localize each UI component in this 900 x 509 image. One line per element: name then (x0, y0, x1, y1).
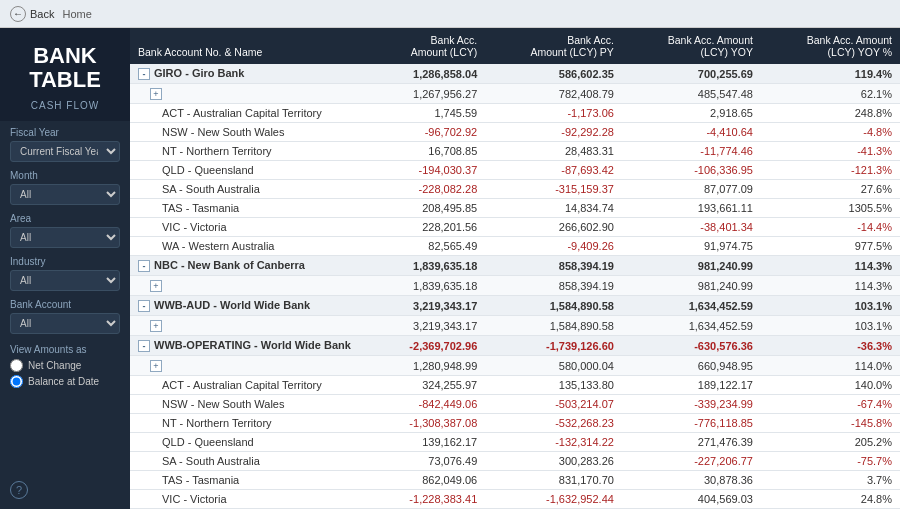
radio-balance-at-date[interactable]: Balance at Date (10, 375, 120, 388)
cell-amount-lcy: -228,082.28 (370, 180, 485, 199)
expand-icon[interactable]: + (150, 320, 162, 332)
help-button[interactable]: ? (10, 481, 28, 499)
cell-amount-lcy-py: 782,408.79 (485, 84, 622, 104)
radio-net-change[interactable]: Net Change (10, 359, 120, 372)
cell-amount-yoy-pct: -121.3% (761, 161, 900, 180)
col-header-amount-lcy-py: Bank Acc.Amount (LCY) PY (485, 28, 622, 64)
table-row: +1,267,956.27782,408.79485,547.4862.1% (130, 84, 900, 104)
col-header-amount-yoy-pct: Bank Acc. Amount(LCY) YOY % (761, 28, 900, 64)
cell-amount-yoy-pct: 248.8% (761, 104, 900, 123)
cell-name: NT - Northern Territory (130, 414, 370, 433)
cell-amount-lcy: -842,449.06 (370, 395, 485, 414)
cell-amount-lcy-py: -132,314.22 (485, 433, 622, 452)
cell-amount-yoy: -11,774.46 (622, 142, 761, 161)
cell-amount-yoy: 87,077.09 (622, 180, 761, 199)
sidebar: BANKTABLE CASH FLOW Fiscal Year Current … (0, 28, 130, 509)
cell-amount-yoy-pct: 27.6% (761, 180, 900, 199)
cell-amount-yoy-pct: -41.3% (761, 142, 900, 161)
sidebar-logo: BANKTABLE CASH FLOW (0, 28, 130, 121)
cell-amount-yoy-pct: -67.4% (761, 395, 900, 414)
main-content: Bank Account No. & Name Bank Acc.Amount … (130, 28, 900, 509)
month-select[interactable]: All (10, 184, 120, 205)
cell-amount-lcy-py: 858,394.19 (485, 256, 622, 276)
app-title: BANKTABLE (29, 44, 101, 92)
fiscal-year-label: Fiscal Year (10, 127, 120, 138)
cell-amount-lcy-py: 28,483.31 (485, 142, 622, 161)
area-select[interactable]: All (10, 227, 120, 248)
cell-name: + (130, 316, 370, 336)
table-row: SA - South Australia-228,082.28-315,159.… (130, 180, 900, 199)
cell-amount-yoy: 981,240.99 (622, 276, 761, 296)
month-label: Month (10, 170, 120, 181)
cell-name: TAS - Tasmania (130, 471, 370, 490)
table-row: -WWB-AUD - World Wide Bank3,219,343.171,… (130, 296, 900, 316)
cell-amount-lcy-py: 14,834.74 (485, 199, 622, 218)
cell-amount-yoy-pct: 103.1% (761, 296, 900, 316)
table-row: WA - Western Australia82,565.49-9,409.26… (130, 237, 900, 256)
expand-icon[interactable]: + (150, 280, 162, 292)
cell-amount-lcy-py: -1,173.06 (485, 104, 622, 123)
cell-amount-yoy-pct: 103.1% (761, 316, 900, 336)
bank-account-label: Bank Account (10, 299, 120, 310)
cell-name: + (130, 84, 370, 104)
cell-name: SA - South Australia (130, 452, 370, 471)
cell-amount-lcy-py: 135,133.80 (485, 376, 622, 395)
table-row: +1,839,635.18858,394.19981,240.99114.3% (130, 276, 900, 296)
cell-amount-yoy-pct: 24.8% (761, 490, 900, 509)
cell-amount-yoy-pct: 977.5% (761, 237, 900, 256)
cell-amount-lcy-py: 266,602.90 (485, 218, 622, 237)
cell-name: NT - Northern Territory (130, 142, 370, 161)
table-row: ACT - Australian Capital Territory1,745.… (130, 104, 900, 123)
cell-name: -NBC - New Bank of Canberra (130, 256, 370, 276)
cell-amount-lcy: 139,162.17 (370, 433, 485, 452)
cell-name: SA - South Australia (130, 180, 370, 199)
cell-amount-lcy-py: 586,602.35 (485, 64, 622, 84)
back-button[interactable]: ← Back (10, 6, 54, 22)
cell-name: + (130, 276, 370, 296)
fiscal-year-select[interactable]: Current Fiscal Year (10, 141, 120, 162)
cell-amount-yoy: -339,234.99 (622, 395, 761, 414)
cell-amount-yoy: 193,661.11 (622, 199, 761, 218)
col-header-amount-lcy: Bank Acc.Amount (LCY) (370, 28, 485, 64)
cell-amount-lcy: 1,839,635.18 (370, 276, 485, 296)
cell-amount-lcy: -1,308,387.08 (370, 414, 485, 433)
industry-select[interactable]: All (10, 270, 120, 291)
cell-amount-yoy: -38,401.34 (622, 218, 761, 237)
expand-icon[interactable]: - (138, 68, 150, 80)
cell-name: -GIRO - Giro Bank (130, 64, 370, 84)
home-link[interactable]: Home (62, 8, 91, 20)
table-row: NSW - New South Wales-842,449.06-503,214… (130, 395, 900, 414)
cell-amount-lcy-py: -87,693.42 (485, 161, 622, 180)
cell-name: QLD - Queensland (130, 161, 370, 180)
cell-amount-lcy-py: -1,739,126.60 (485, 336, 622, 356)
cell-amount-yoy: -4,410.64 (622, 123, 761, 142)
table-row: QLD - Queensland139,162.17-132,314.22271… (130, 433, 900, 452)
expand-icon[interactable]: + (150, 360, 162, 372)
expand-icon[interactable]: - (138, 260, 150, 272)
cell-amount-lcy: 208,495.85 (370, 199, 485, 218)
cell-amount-yoy-pct: -14.4% (761, 218, 900, 237)
bank-table: Bank Account No. & Name Bank Acc.Amount … (130, 28, 900, 509)
back-arrow-icon: ← (10, 6, 26, 22)
cell-amount-lcy: 1,745.59 (370, 104, 485, 123)
cell-name: WA - Western Australia (130, 237, 370, 256)
cell-amount-lcy: 3,219,343.17 (370, 316, 485, 336)
cell-amount-lcy: 1,839,635.18 (370, 256, 485, 276)
cell-amount-lcy-py: -315,159.37 (485, 180, 622, 199)
cell-amount-yoy: 1,634,452.59 (622, 296, 761, 316)
expand-icon[interactable]: - (138, 300, 150, 312)
table-row: VIC - Victoria228,201.56266,602.90-38,40… (130, 218, 900, 237)
bank-account-select[interactable]: All (10, 313, 120, 334)
table-row: -WWB-OPERATING - World Wide Bank-2,369,7… (130, 336, 900, 356)
expand-icon[interactable]: + (150, 88, 162, 100)
cell-amount-lcy-py: -532,268.23 (485, 414, 622, 433)
cell-name: VIC - Victoria (130, 218, 370, 237)
cell-amount-yoy: 485,547.48 (622, 84, 761, 104)
cell-amount-yoy-pct: -36.3% (761, 336, 900, 356)
expand-icon[interactable]: - (138, 340, 150, 352)
cell-amount-yoy-pct: -145.8% (761, 414, 900, 433)
cell-amount-lcy-py: -92,292.28 (485, 123, 622, 142)
cell-amount-lcy-py: -9,409.26 (485, 237, 622, 256)
cell-amount-yoy: -106,336.95 (622, 161, 761, 180)
cell-amount-yoy: 2,918.65 (622, 104, 761, 123)
